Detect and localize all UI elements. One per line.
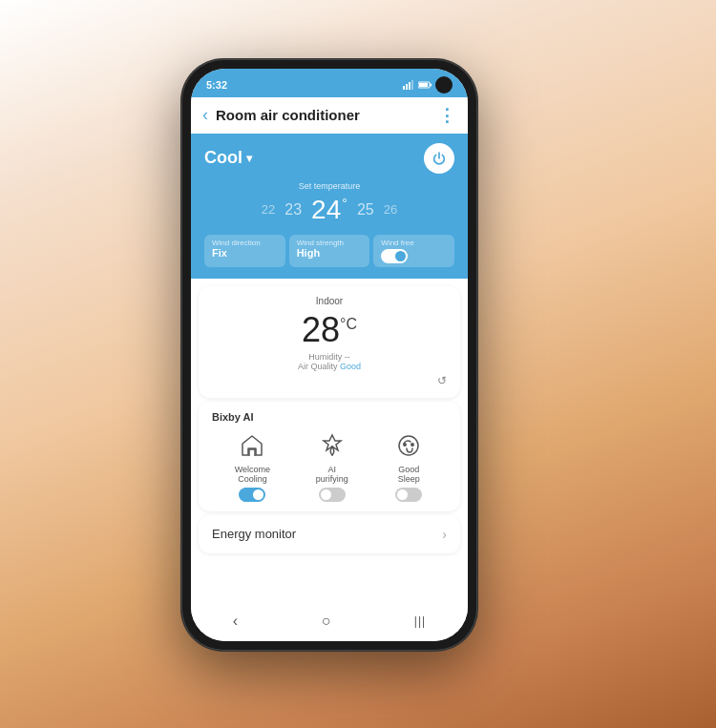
svg-rect-6 <box>419 83 428 87</box>
svg-rect-1 <box>406 84 408 90</box>
status-icons <box>403 76 453 94</box>
status-time: 5:32 <box>206 79 227 91</box>
ai-purifying-toggle[interactable] <box>319 488 346 502</box>
bixby-good-sleep: GoodSleep <box>393 430 424 502</box>
ai-purifying-label: AIpurifying <box>316 465 348 484</box>
air-quality-value: Good <box>340 362 361 371</box>
wind-strength-control[interactable]: Wind strength High <box>289 235 370 267</box>
power-button[interactable] <box>424 143 454 174</box>
svg-point-8 <box>404 443 406 445</box>
refresh-row: ↺ <box>212 371 447 388</box>
navigation-bar: ‹ ○ ||| <box>191 605 468 641</box>
svg-rect-3 <box>411 80 413 90</box>
air-quality-label: Air Quality <box>298 362 338 371</box>
air-quality-display: Air Quality Good <box>212 362 447 371</box>
svg-rect-0 <box>403 86 405 90</box>
battery-icon <box>418 81 432 89</box>
indoor-title: Indoor <box>212 296 447 306</box>
temperature-row: 22 23 24° 25 26 <box>204 195 454 225</box>
back-button[interactable]: ‹ <box>202 105 208 125</box>
wind-direction-label: Wind direction <box>212 239 278 247</box>
mode-row: Cool ▾ <box>204 143 454 174</box>
wind-free-control[interactable]: Wind free <box>373 235 454 267</box>
svg-point-9 <box>411 443 413 445</box>
bixby-items: WelcomeCooling AIpurifying <box>212 430 447 502</box>
humidity-display: Humidity -- <box>212 352 447 362</box>
good-sleep-label: GoodSleep <box>398 465 420 484</box>
svg-rect-2 <box>409 82 411 90</box>
bixby-section: Bixby AI WelcomeCooling <box>199 402 460 511</box>
welcome-cooling-label: WelcomeCooling <box>235 465 270 484</box>
welcome-cooling-icon <box>237 430 267 461</box>
svg-rect-5 <box>431 83 432 86</box>
phone-screen: 5:32 ‹ Room air conditioner ⋮ <box>191 69 468 641</box>
mode-selector[interactable]: Cool ▾ <box>204 148 252 168</box>
status-bar: 5:32 <box>191 69 468 97</box>
welcome-cooling-toggle[interactable] <box>239 488 265 502</box>
signal-icon <box>403 80 414 90</box>
indoor-temp-unit: °C <box>340 316 357 332</box>
temp-22[interactable]: 22 <box>262 202 275 217</box>
good-sleep-toggle[interactable] <box>395 488 422 502</box>
refresh-icon[interactable]: ↺ <box>437 374 447 387</box>
temp-23[interactable]: 23 <box>284 201 302 218</box>
menu-button[interactable]: ⋮ <box>438 105 456 126</box>
ai-purifying-icon <box>317 430 347 461</box>
wind-free-toggle[interactable] <box>381 249 408 263</box>
nav-back-button[interactable]: ‹ <box>233 613 238 630</box>
wind-controls: Wind direction Fix Wind strength High Wi… <box>204 235 454 267</box>
phone-shell: 5:32 ‹ Room air conditioner ⋮ <box>181 59 477 651</box>
camera-notch <box>435 76 453 94</box>
temp-25[interactable]: 25 <box>357 201 374 218</box>
wind-free-label: Wind free <box>381 239 413 247</box>
control-area: Cool ▾ Set temperature 22 23 24° 25 26 <box>191 134 468 279</box>
energy-monitor-section[interactable]: Energy monitor › <box>199 515 460 553</box>
mode-text: Cool <box>204 148 242 168</box>
chevron-right-icon: › <box>442 527 447 542</box>
indoor-temp-value: 28 <box>302 310 340 349</box>
bixby-title: Bixby AI <box>212 411 447 423</box>
energy-monitor-label: Energy monitor <box>212 527 296 541</box>
good-sleep-icon <box>393 430 424 461</box>
bixby-welcome-cooling: WelcomeCooling <box>235 430 270 502</box>
nav-recent-button[interactable]: ||| <box>414 614 426 628</box>
power-icon <box>432 151 447 166</box>
temp-26[interactable]: 26 <box>384 202 397 217</box>
nav-home-button[interactable]: ○ <box>322 613 331 630</box>
indoor-temperature: 28°C <box>212 310 447 350</box>
wind-direction-control[interactable]: Wind direction Fix <box>204 235 285 267</box>
mode-dropdown-icon: ▾ <box>246 152 252 165</box>
indoor-section: Indoor 28°C Humidity -- Air Quality Good… <box>199 286 460 398</box>
app-header: ‹ Room air conditioner ⋮ <box>191 97 468 134</box>
bixby-ai-purifying: AIpurifying <box>316 430 348 502</box>
wind-direction-value: Fix <box>212 247 278 259</box>
wind-strength-value: High <box>297 247 363 259</box>
set-temp-label: Set temperature <box>204 181 454 191</box>
page-title: Room air conditioner <box>216 107 438 123</box>
temp-24[interactable]: 24° <box>311 195 347 225</box>
wind-strength-label: Wind strength <box>297 239 363 247</box>
